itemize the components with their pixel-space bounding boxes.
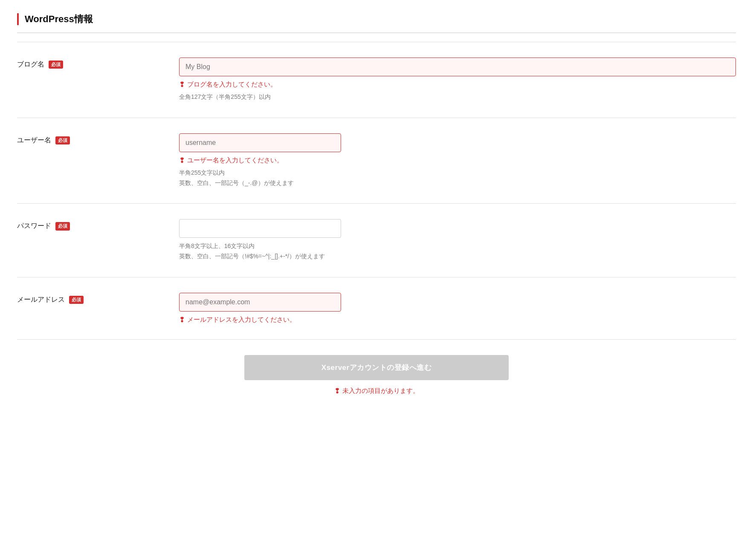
username-row: ユーザー名 必須 ❢ ユーザー名を入力してください。 半角255文字以内 英数、… [17, 118, 736, 204]
email-input[interactable] [179, 293, 341, 312]
blog-name-input[interactable] [179, 58, 736, 76]
email-input-cell: ❢ メールアドレスを入力してください。 [179, 293, 736, 324]
username-hint: 半角255文字以内 英数、空白、一部記号（_-.@）が使えます [179, 168, 736, 188]
password-hint-line1: 半角8文字以上、16文字以内 [179, 242, 255, 249]
password-required-badge: 必須 [55, 222, 70, 230]
page-wrapper: WordPress情報 ブログ名 必須 ❢ ブログ名を入力してください。 全角1… [0, 0, 753, 416]
username-error: ❢ ユーザー名を入力してください。 [179, 156, 736, 165]
username-input-cell: ❢ ユーザー名を入力してください。 半角255文字以内 英数、空白、一部記号（_… [179, 133, 736, 188]
title-suffix-part: 情報 [74, 14, 93, 24]
username-label-cell: ユーザー名 必須 [17, 133, 179, 145]
title-bar-accent [17, 13, 19, 25]
blog-name-required-badge: 必須 [49, 61, 63, 69]
password-hint: 半角8文字以上、16文字以内 英数、空白、一部記号（!#$%=~^|:_[].+… [179, 241, 736, 262]
password-input-cell: 半角8文字以上、16文字以内 英数、空白、一部記号（!#$%=~^|:_[].+… [179, 219, 736, 262]
email-error: ❢ メールアドレスを入力してください。 [179, 316, 736, 324]
username-hint-line1: 半角255文字以内 [179, 169, 225, 176]
blog-name-error-text: ブログ名を入力してください。 [187, 81, 277, 89]
submit-error-text: 未入力の項目があります。 [342, 387, 419, 395]
username-input[interactable] [179, 133, 341, 152]
submit-area: Xserverアカウントの登録へ進む ❢ 未入力の項目があります。 [17, 340, 736, 404]
username-label: ユーザー名 [17, 136, 51, 145]
submit-error-message: ❢ 未入力の項目があります。 [334, 387, 419, 395]
email-label-cell: メールアドレス 必須 [17, 293, 179, 304]
section-title: WordPress情報 [17, 13, 736, 33]
blog-name-label: ブログ名 [17, 60, 44, 69]
email-error-text: メールアドレスを入力してください。 [187, 316, 296, 324]
email-error-icon: ❢ [179, 316, 185, 324]
section-title-text: WordPress情報 [25, 13, 93, 26]
password-label: パスワード [17, 222, 51, 231]
blog-name-error: ❢ ブログ名を入力してください。 [179, 81, 736, 89]
blog-name-label-cell: ブログ名 必須 [17, 58, 179, 69]
username-error-text: ユーザー名を入力してください。 [187, 156, 283, 165]
title-bold-part: WordPress [25, 14, 74, 24]
submit-error-icon: ❢ [334, 387, 340, 395]
email-required-badge: 必須 [69, 296, 84, 304]
blog-name-input-cell: ❢ ブログ名を入力してください。 全角127文字（半角255文字）以内 [179, 58, 736, 102]
password-row: パスワード 必須 半角8文字以上、16文字以内 英数、空白、一部記号（!#$%=… [17, 203, 736, 277]
password-input[interactable] [179, 219, 341, 238]
username-required-badge: 必須 [55, 136, 70, 144]
username-error-icon: ❢ [179, 156, 185, 165]
blog-name-hint: 全角127文字（半角255文字）以内 [179, 92, 736, 102]
blog-name-error-icon: ❢ [179, 81, 185, 89]
password-hint-line2: 英数、空白、一部記号（!#$%=~^|:_[].+-*/）が使えます [179, 253, 325, 260]
form: ブログ名 必須 ❢ ブログ名を入力してください。 全角127文字（半角255文字… [17, 42, 736, 340]
email-row: メールアドレス 必須 ❢ メールアドレスを入力してください。 [17, 277, 736, 340]
password-label-cell: パスワード 必須 [17, 219, 179, 231]
email-label: メールアドレス [17, 295, 65, 304]
blog-name-row: ブログ名 必須 ❢ ブログ名を入力してください。 全角127文字（半角255文字… [17, 42, 736, 118]
submit-button[interactable]: Xserverアカウントの登録へ進む [244, 355, 509, 380]
username-hint-line2: 英数、空白、一部記号（_-.@）が使えます [179, 179, 294, 186]
